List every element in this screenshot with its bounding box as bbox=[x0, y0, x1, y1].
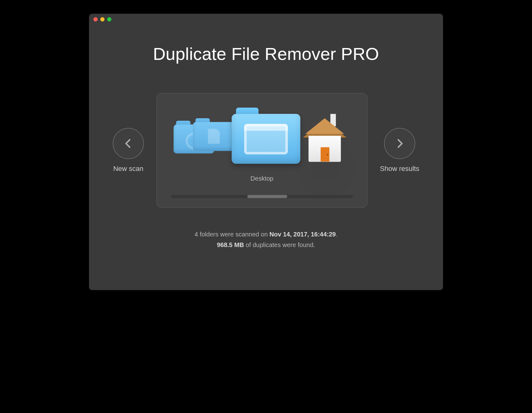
scan-summary-prefix: 4 folders were scanned on bbox=[195, 231, 269, 238]
main-row: New scan bbox=[89, 93, 443, 208]
window-close-button[interactable] bbox=[93, 17, 98, 22]
new-scan-button[interactable]: New scan bbox=[113, 128, 144, 173]
window-zoom-button[interactable] bbox=[107, 17, 111, 22]
scan-summary-line2: 968.5 MB of duplicates were found. bbox=[89, 240, 443, 250]
show-results-button[interactable]: Show results bbox=[380, 128, 419, 173]
scan-summary: 4 folders were scanned on Nov 14, 2017, … bbox=[89, 229, 443, 250]
chevron-right-icon bbox=[384, 128, 415, 159]
scan-summary-suffix2: of duplicates were found. bbox=[244, 241, 315, 248]
carousel-scrollbar-thumb[interactable] bbox=[247, 195, 287, 198]
current-folder-label: Desktop bbox=[157, 175, 367, 182]
titlebar bbox=[89, 14, 443, 25]
app-window: Duplicate File Remover PRO New scan bbox=[89, 14, 443, 290]
chevron-left-icon bbox=[113, 128, 144, 159]
scan-summary-datetime: Nov 14, 2017, 16:44:29 bbox=[269, 231, 336, 238]
desktop-folder-icon[interactable] bbox=[232, 108, 300, 164]
carousel-scrollbar[interactable] bbox=[171, 195, 353, 198]
scanned-folders-card: Desktop bbox=[156, 93, 367, 208]
folders-carousel[interactable] bbox=[157, 109, 367, 171]
show-results-label: Show results bbox=[380, 165, 419, 173]
window-minimize-button[interactable] bbox=[100, 17, 105, 22]
app-title: Duplicate File Remover PRO bbox=[89, 44, 443, 64]
scan-summary-size: 968.5 MB bbox=[217, 241, 244, 248]
new-scan-label: New scan bbox=[113, 165, 144, 173]
documents-folder-icon[interactable] bbox=[193, 118, 234, 151]
home-folder-icon[interactable] bbox=[303, 112, 347, 162]
scan-summary-line1: 4 folders were scanned on Nov 14, 2017, … bbox=[89, 229, 443, 240]
scan-summary-suffix1: . bbox=[336, 231, 337, 238]
